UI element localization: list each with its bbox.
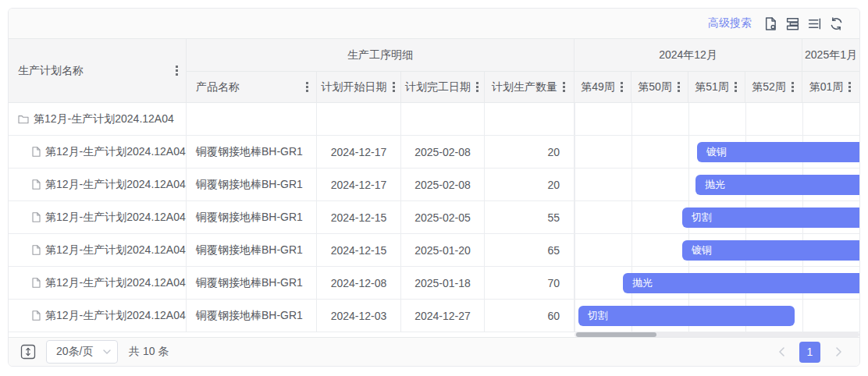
column-menu-icon[interactable]: [792, 86, 794, 88]
end-date: 2024-12-27: [401, 300, 485, 332]
header-week-51: 第51周: [688, 72, 745, 102]
start-date: 2024-12-15: [317, 201, 401, 233]
plan-quantity: 55: [485, 201, 575, 233]
document-icon: [32, 278, 41, 288]
plan-quantity: 60: [485, 300, 575, 332]
plan-name-header-label: 生产计划名称: [18, 64, 174, 78]
gantt-lane: [575, 103, 859, 135]
document-icon: [32, 212, 41, 222]
gantt-bar-镀铜[interactable]: 镀铜: [697, 142, 859, 162]
hierarchy-icon[interactable]: [781, 12, 803, 34]
table-header: 生产计划名称 生产工序明细 2024年12月 2025年1月 产品名称: [9, 38, 859, 103]
start-date: 2024-12-08: [317, 267, 401, 299]
column-menu-icon[interactable]: [848, 86, 851, 88]
gantt-lane: 切割: [575, 300, 859, 332]
header-week-50: 第50周: [631, 72, 688, 102]
column-menu-icon[interactable]: [563, 86, 565, 88]
plan-item-row[interactable]: 第12月-生产计划2024.12A04 铜覆钢接地棒BH-GR1 2024-12…: [9, 168, 859, 201]
document-icon: [32, 179, 41, 190]
plan-item-row[interactable]: 第12月-生产计划2024.12A04 铜覆钢接地棒BH-GR1 2024-12…: [9, 267, 859, 300]
chevron-left-icon: [779, 347, 784, 356]
plan-item-row[interactable]: 第12月-生产计划2024.12A04 铜覆钢接地棒BH-GR1 2024-12…: [9, 234, 859, 267]
plan-item-row[interactable]: 第12月-生产计划2024.12A04 铜覆钢接地棒BH-GR1 2024-12…: [9, 300, 859, 332]
header-month-2025-01: 2025年1月: [802, 39, 859, 71]
toolbar: 高级搜索: [9, 9, 859, 38]
gantt-bar-切割[interactable]: 切割: [682, 208, 859, 228]
gantt-lane: 切割: [575, 201, 859, 233]
start-date: 2024-12-17: [317, 136, 401, 168]
end-date: 2025-02-08: [401, 168, 485, 200]
header-week-01: 第01周: [802, 72, 859, 102]
gantt-lane: 镀铜: [575, 136, 859, 168]
start-date: 2024-12-17: [317, 168, 401, 200]
start-date: 2024-12-15: [317, 234, 401, 266]
next-page-button[interactable]: [828, 342, 848, 362]
end-date: 2025-02-08: [401, 136, 485, 168]
column-menu-icon[interactable]: [476, 86, 478, 88]
plan-name: 第12月-生产计划2024.12A04: [45, 211, 186, 225]
plan-name: 第12月-生产计划2024.12A04: [45, 276, 186, 290]
header-end-date: 计划完工日期: [401, 72, 485, 102]
product-name: 铜覆钢接地棒BH-GR1: [187, 300, 317, 332]
production-plan-panel: 高级搜索: [8, 8, 860, 367]
column-menu-icon[interactable]: [735, 86, 737, 88]
column-menu-icon[interactable]: [176, 69, 178, 72]
gantt-bar-抛光[interactable]: 抛光: [623, 273, 859, 293]
total-count-label: 共 10 条: [129, 345, 169, 359]
pagination-bar: 20条/页 共 10 条 1: [9, 337, 859, 366]
gantt-lane: 抛光: [575, 168, 859, 200]
document-view-icon[interactable]: [760, 12, 781, 34]
header-quantity: 计划生产数量: [485, 72, 575, 102]
end-date: 2025-02-05: [401, 201, 485, 233]
plan-quantity: 20: [485, 136, 575, 168]
document-icon: [32, 147, 41, 157]
product-name: 铜覆钢接地棒BH-GR1: [187, 234, 317, 266]
plan-name: 第12月-生产计划2024.12A04: [45, 309, 186, 323]
header-start-date: 计划开始日期: [317, 72, 401, 102]
plan-quantity: 65: [485, 234, 575, 266]
scrollbar-thumb[interactable]: [576, 332, 656, 337]
scrollbar-track[interactable]: [575, 332, 859, 337]
product-name: 铜覆钢接地棒BH-GR1: [187, 267, 317, 299]
header-plan-name: 生产计划名称: [9, 39, 187, 102]
plan-name: 第12月-生产计划2024.12A04: [34, 112, 174, 126]
plan-group-row[interactable]: 第12月-生产计划2024.12A04: [9, 103, 859, 136]
header-week-49: 第49周: [575, 72, 631, 102]
header-product: 产品名称: [187, 72, 317, 102]
advanced-search-link[interactable]: 高级搜索: [708, 16, 752, 30]
column-menu-icon[interactable]: [306, 86, 308, 88]
start-date: 2024-12-03: [317, 300, 401, 332]
header-week-52: 第52周: [745, 72, 802, 102]
column-menu-icon[interactable]: [393, 86, 395, 88]
page-number-button[interactable]: 1: [799, 342, 820, 363]
plan-item-row[interactable]: 第12月-生产计划2024.12A04 铜覆钢接地棒BH-GR1 2024-12…: [9, 136, 859, 168]
align-column-icon[interactable]: [803, 12, 825, 34]
document-icon: [32, 310, 41, 321]
column-menu-icon[interactable]: [621, 86, 623, 88]
plan-quantity: 70: [485, 267, 575, 299]
gantt-bar-镀铜[interactable]: 镀铜: [682, 240, 859, 261]
table-body: 第12月-生产计划2024.12A04 第12月-生产计划2024.12A04 …: [9, 103, 859, 332]
header-process-group: 生产工序明细: [187, 39, 575, 71]
plan-name: 第12月-生产计划2024.12A04: [45, 145, 186, 159]
plan-name: 第12月-生产计划2024.12A04: [45, 178, 186, 192]
plan-name: 第12月-生产计划2024.12A04: [45, 243, 186, 257]
prev-page-button[interactable]: [771, 342, 792, 362]
gantt-lane: 镀铜: [575, 234, 859, 266]
gantt-bar-切割[interactable]: 切割: [578, 306, 795, 326]
plan-quantity: 20: [485, 168, 575, 200]
refresh-icon[interactable]: [825, 12, 847, 34]
product-name: 铜覆钢接地棒BH-GR1: [187, 201, 317, 233]
chevron-down-icon: [103, 349, 111, 354]
end-date: 2025-01-18: [401, 267, 485, 299]
gantt-lane: 抛光: [575, 267, 859, 299]
page-size-select[interactable]: 20条/页: [46, 340, 118, 364]
product-name: 铜覆钢接地棒BH-GR1: [187, 136, 317, 168]
folder-icon[interactable]: [18, 115, 29, 124]
plan-item-row[interactable]: 第12月-生产计划2024.12A04 铜覆钢接地棒BH-GR1 2024-12…: [9, 201, 859, 234]
full-screen-toggle-icon[interactable]: [20, 343, 37, 360]
gantt-bar-抛光[interactable]: 抛光: [695, 175, 859, 195]
column-menu-icon[interactable]: [678, 86, 680, 88]
chevron-right-icon: [836, 347, 841, 356]
product-name: 铜覆钢接地棒BH-GR1: [187, 168, 317, 200]
